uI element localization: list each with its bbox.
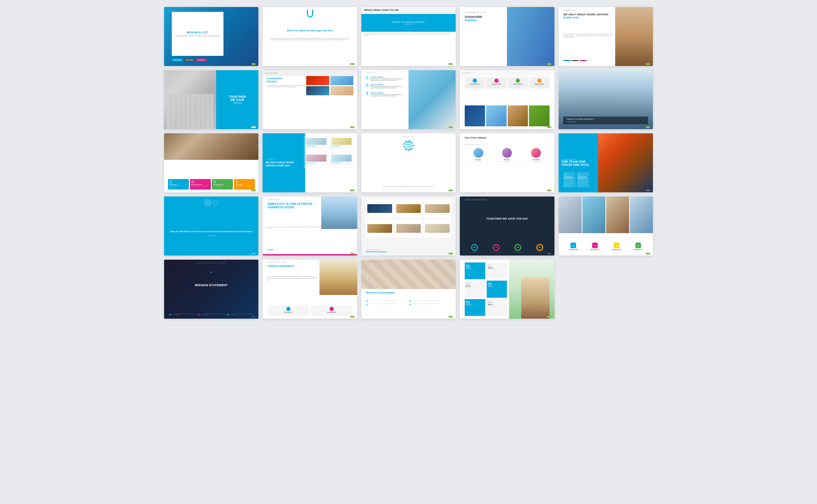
slide-17-label: SUSTAINABLE SOLUTION [267,199,280,200]
slide-11-card-4: SEO & SEM This is the tagline for the ca… [234,179,255,190]
slide-8-logo: envato [449,126,453,128]
slide-numbers-grid[interactable]: 01. Add title Add description here simpl… [460,260,554,319]
slide-12-photo-2 [331,138,352,145]
slide-9-p1 [465,105,485,126]
slide-21-label: Business / PowerPoint Template [197,262,226,264]
slide-one-team[interactable]: Together We Save The Day ONE TEAM ONE VI… [559,133,653,192]
slide-12-item-2: Content Title 02 This is a small text. Y… [330,136,353,151]
slide-minimalist[interactable]: MINIMALIST Multipurpose Business PowerPo… [164,7,258,66]
slide-7-logo: envato [350,126,354,128]
slide-numbered[interactable]: Content Title 01 1. Content Title 01 Thi… [361,70,456,129]
slide-products[interactable]: Our Mission & Vision Sustainable Solutio… [361,197,456,255]
slide-22-label: Business PowerPoint Template [267,261,286,263]
slide-24-n1: 01. Add title Add description here simpl… [465,262,485,279]
slide-help-great-blue[interactable]: OUR MISSION WE HELP GREAT WORK HAPPEN EV… [263,133,357,192]
slide-core-values-icons[interactable]: Content Title 01 Content Title 01 This i… [460,70,554,129]
slide-5-btn-2[interactable]: ✓ Flexible Slides [572,60,579,61]
slide-5-buttons: ✓ Creative Slides ✓ Flexible Slides ✓ Si… [563,60,587,61]
slide-24-n5: 05. Add title Add description here simpl… [465,299,485,316]
slide-24-n3: 03. Add title Add description here simpl… [465,281,485,297]
slide-23-adv-1: 01. This is a small text. You may simply… [366,300,408,302]
slide-16-gear-1 [204,199,211,206]
slide-10-quote-box: "Simplicity is the ultimate sophisticati… [563,117,648,124]
slide-18-product-6 [424,219,451,238]
slide-17-body: There are many solutions of ipsum Lorem … [267,226,352,230]
slide-20-icon-3-bg: ⌘ [614,243,619,248]
slide-1-subtitle: Multipurpose Business PowerPoint Present… [175,35,220,37]
slide-12-photo-3 [306,155,326,162]
slide-7-photos [306,76,353,95]
slide-21-logo: envato [251,316,256,318]
slide-9-icon-4: Content Title 04 This is a placeholder t… [529,77,550,89]
slide-sustainable-content[interactable]: OUR CORE THEME SustainableSolution This … [263,70,357,129]
slide-24-logo: envato [547,316,551,318]
slide-12-photo-4 [331,155,352,162]
slide-9-icon-2: Content Title 02 This is a placeholder t… [486,77,507,89]
slide-5-photo [615,7,653,66]
slide-3-quote: "Simplicity is the ultimate sophisticati… [388,21,429,25]
slide-3-body: There are many variations of Lorem ipsum… [361,32,456,66]
slide-24-n4: 04. Add title Add description here simpl… [487,281,507,297]
slide-1-btn-1[interactable]: Creative Slides [172,59,183,61]
slide-10-quote: "Simplicity is the ultimate sophisticati… [566,118,645,120]
slide-15-photo [598,133,653,192]
slide-11-card-3: Online Marketing This is the tagline for… [212,179,233,190]
slide-22-feat-2-icon [330,307,334,311]
slide-9-circle-4 [537,79,542,83]
slide-8-label: Content Title 01 [366,72,376,73]
slide-team-cards[interactable]: UI/UX Design This is the tagline for the… [164,133,258,192]
slide-together-dark[interactable]: Business / PowerPoint Template TOGETHER … [460,197,554,255]
slide-23-label: Business PowerPoint Template [366,261,384,263]
slide-7-photo-1 [306,76,329,85]
slide-enjoy-quote[interactable]: "Enjoy the little things, for one day yo… [164,197,258,255]
slide-our-core-values[interactable]: Our Core Values Ethically sustainable de… [460,133,554,192]
slide-business-advantages[interactable]: Business PowerPoint Template Business Ad… [361,260,456,319]
slide-14-val-2: Respect This is a simple text. You may s… [494,148,521,163]
slide-18-item-6 [425,224,449,233]
slide-12-blue-panel: OUR MISSION WE HELP GREAT WORK HAPPEN EV… [263,133,305,192]
slide-photo-collage[interactable]: ◈ Key Element Title This is a small text… [559,197,653,255]
slide-simplicity-big[interactable]: SUSTAINABLE SOLUTION SIMPLICITY IS THE U… [263,197,357,255]
slide-11-cards: UI/UX Design This is the tagline for the… [168,179,255,190]
slide-10-author: — Leonardo da Vinci [566,121,645,123]
slide-welcome[interactable]: Write Your Welcome Message Title Here Th… [263,7,357,66]
slide-where-ideas-circle[interactable]: Together We Save The Day WHERE IDEAS COM… [361,133,456,192]
slide-12-item-3: Content Title 03 This is a small text. Y… [304,153,328,168]
slide-23-advantages: 01. This is a small text. You may simply… [366,300,451,305]
slide-6-left [164,70,216,129]
slide-17-bar [263,254,357,255]
slide-5-heading: WE HELP GREAT WORK HAPPEN EVERY DAY [563,13,615,20]
slide-help-great-work[interactable]: SUSTAINABLE SOLUTION WE HELP GREAT WORK … [559,7,653,66]
slide-12-heading: WE HELP GREAT WORK HAPPEN EVERY DAY [265,161,302,167]
slide-13-logo: envato [449,190,453,191]
slide-vision-statement[interactable]: Business PowerPoint Template VISION STAT… [263,260,357,319]
slide-23-title: Business Advantages [366,291,395,294]
slide-22-feat-2: Key Feature 02 Simply add [311,305,352,316]
slide-1-content: MINIMALIST Multipurpose Business PowerPo… [172,12,224,56]
slide-where-ideas[interactable]: Where Ideas Come To Life Your custom tex… [361,7,456,66]
slide-13-body: There are many solutions of Lorem ipsum … [366,186,451,188]
slide-9-circle-3 [516,79,520,83]
slide-16-author: — Robert Brault [207,235,216,237]
slide-5-btn-1[interactable]: ✓ Creative Slides [563,60,571,61]
slide-mission-statement[interactable]: Business / PowerPoint Template MISSION S… [164,260,258,319]
slide-13-where-text: WHERE IDEAS COME TO LIFE [405,141,412,150]
slide-19-label: Business / PowerPoint Template [465,199,487,201]
slide-20-p4 [630,197,653,233]
slide-3-logo: envato [449,63,453,65]
slide-1-btn-2[interactable]: Flexible Slides [184,59,195,61]
slide-5-btn-3[interactable]: ✓ Simple Slides [580,60,587,61]
slide-12-item-4: Content Title 04 This is a small text. Y… [330,153,353,168]
slide-14-val-1: Integrity This is a simple text. You may… [465,148,492,163]
slide-together-save[interactable]: TOGETHERWE SAVE THE DAY envato [164,70,258,129]
slide-simplicity-quote[interactable]: "Simplicity is the ultimate sophisticati… [559,70,653,129]
slide-3-title: Where Ideas Come To Life Your custom tex… [364,8,399,13]
slide-24-n6: 06. Add title Add description here simpl… [487,299,507,316]
slide-8-photo [408,70,456,129]
slide-20-icon-1: ◈ Key Element Title This is a small text… [563,243,583,253]
slide-sustainable-photo[interactable]: TOGETHERWE SAVE THE DAY Sustainable Solu… [460,7,554,66]
slide-1-btn-3[interactable]: Simple Slides [196,59,207,61]
slide-23-adv-2: 02. This is a small text. You may simply… [409,300,451,302]
slide-14-circle-1 [473,148,483,158]
slide-19-donut-1: 25% [471,244,478,251]
